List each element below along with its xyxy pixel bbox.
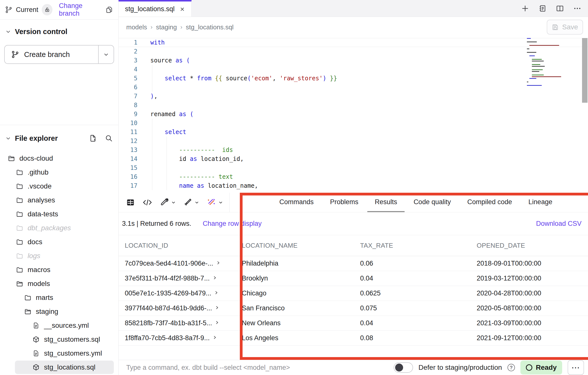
format-control[interactable] [183, 198, 199, 207]
tab-stg-locations[interactable]: stg_locations.sql × [119, 0, 192, 17]
compile-code-icon[interactable] [142, 198, 152, 207]
file-explorer-header[interactable]: File explorer [0, 133, 118, 144]
column-header[interactable]: LOCATION_ID [125, 242, 242, 249]
code-line[interactable]: 10 [119, 119, 588, 128]
column-header[interactable]: OPENED_DATE [477, 242, 588, 249]
results-tab-problems[interactable]: Problems [323, 193, 366, 212]
code-line[interactable]: 2 [119, 47, 588, 56]
table-row[interactable]: 005e7e1c-1935-4269-b479...Chicago0.06252… [119, 286, 588, 301]
status-badge[interactable]: Ready [520, 361, 562, 375]
column-header[interactable]: LOCATION_NAME [242, 242, 360, 249]
code-line[interactable]: 17 name as location_name, [119, 181, 588, 190]
copy-icon[interactable] [105, 6, 113, 14]
file-tree-item[interactable]: logs [0, 249, 118, 263]
line-number[interactable]: 14 [119, 155, 141, 162]
help-icon[interactable]: ? [507, 364, 515, 371]
file-tree-item[interactable]: dbt_packages [0, 221, 118, 235]
code-line[interactable]: 3source as ( [119, 56, 588, 65]
change-row-display-link[interactable]: Change row display [203, 220, 262, 228]
table-row[interactable]: 3977f440-b87d-461b-9dd6-...San Francisco… [119, 301, 588, 316]
code-line[interactable]: 5 select * from {{ source('ecom', 'raw_s… [119, 74, 588, 83]
breadcrumb-item[interactable]: staging [156, 23, 177, 31]
line-number[interactable]: 2 [119, 48, 141, 55]
results-tab-lineage[interactable]: Lineage [521, 193, 560, 212]
file-tree-item[interactable]: docs-cloud [0, 151, 118, 165]
code-line[interactable]: 8 [119, 101, 588, 110]
new-tab-icon[interactable] [521, 4, 529, 13]
create-branch-button[interactable]: Create branch [4, 45, 114, 64]
file-tree-item[interactable]: staging [0, 305, 118, 319]
code-line[interactable]: 14 id as location_id, [119, 154, 588, 163]
code-line[interactable]: 15 [119, 163, 588, 172]
scrollbar[interactable] [582, 38, 588, 103]
table-row[interactable]: 1f8ffa70-7cb5-4d83-8a7f-9...Los Angeles0… [119, 331, 588, 346]
preview-table-icon[interactable] [126, 198, 135, 207]
table-row[interactable]: 858218fb-73f7-4b1b-a31f-5...New Orleans0… [119, 316, 588, 331]
breadcrumb-item[interactable]: stg_locations.sql [186, 23, 234, 31]
code-editor[interactable]: 1with23source as (45 select * from {{ so… [119, 37, 588, 193]
results-tab-code-quality[interactable]: Code quality [406, 193, 458, 212]
code-line[interactable]: 16 ---------- text [119, 172, 588, 181]
file-tree-item[interactable]: stg_locations.sql [0, 360, 118, 374]
file-tree-item[interactable]: .github [0, 165, 118, 179]
code-line[interactable]: 1with [119, 38, 588, 47]
expand-chevron-icon[interactable] [215, 321, 219, 325]
file-tree-item[interactable]: macros [0, 263, 118, 277]
line-number[interactable]: 1 [119, 39, 141, 46]
results-tab-results[interactable]: Results [367, 193, 405, 212]
line-number[interactable]: 13 [119, 146, 141, 153]
file-tree-item[interactable]: docs [0, 235, 118, 249]
line-number[interactable]: 16 [119, 173, 141, 180]
file-tree-item[interactable]: .vscode [0, 179, 118, 193]
line-number[interactable]: 8 [119, 102, 141, 109]
line-number[interactable]: 3 [119, 57, 141, 64]
more-options-icon[interactable] [573, 4, 582, 13]
code-line[interactable]: 9renamed as ( [119, 110, 588, 119]
minimap[interactable] [527, 38, 564, 87]
line-number[interactable]: 12 [119, 138, 141, 144]
expand-chevron-icon[interactable] [215, 306, 219, 310]
code-line[interactable]: 4 [119, 65, 588, 74]
breadcrumb-item[interactable]: models [126, 23, 147, 31]
close-icon[interactable]: × [180, 5, 185, 13]
create-branch-main[interactable]: Create branch [5, 46, 98, 63]
expand-chevron-icon[interactable] [213, 276, 217, 280]
line-number[interactable]: 5 [119, 75, 141, 82]
file-tree-item[interactable]: __sources.yml [0, 319, 118, 332]
column-header[interactable]: TAX_RATE [360, 242, 477, 249]
new-file-icon[interactable] [89, 134, 97, 142]
file-tree-item[interactable]: stg_customers.yml [0, 346, 118, 360]
search-icon[interactable] [105, 134, 113, 142]
file-tree-item[interactable]: analyses [0, 193, 118, 207]
change-branch-link[interactable]: Change branch [59, 2, 102, 17]
line-number[interactable]: 6 [119, 84, 141, 91]
code-line[interactable]: 6 [119, 83, 588, 92]
line-number[interactable]: 17 [119, 182, 141, 189]
line-number[interactable]: 15 [119, 164, 141, 171]
results-tab-commands[interactable]: Commands [272, 193, 321, 212]
code-line[interactable]: 12 [119, 137, 588, 145]
file-tree-item[interactable]: data-tests [0, 207, 118, 221]
download-csv-link[interactable]: Download CSV [536, 220, 582, 228]
version-control-header[interactable]: Version control [0, 26, 118, 37]
code-line[interactable]: 7), [119, 92, 588, 101]
table-row[interactable]: 7c079cea-5ed4-4101-906e-...Philadelphia0… [119, 256, 588, 271]
command-input[interactable]: Type a command, ex. dbt build --select <… [126, 364, 290, 372]
expand-chevron-icon[interactable] [213, 335, 217, 339]
expand-chevron-icon[interactable] [216, 261, 220, 265]
code-line[interactable]: 13 ---------- ids [119, 145, 588, 154]
file-tree-item[interactable]: models [0, 277, 118, 291]
table-row[interactable]: 37e5f311-b7f4-4f2f-988b-7...Brooklyn0.04… [119, 271, 588, 286]
create-branch-dropdown[interactable] [98, 46, 114, 63]
line-number[interactable]: 11 [119, 129, 141, 136]
more-actions-button[interactable]: ⋯ [568, 360, 584, 375]
line-number[interactable]: 4 [119, 66, 141, 73]
code-line[interactable]: 11 select [119, 128, 588, 137]
line-number[interactable]: 9 [119, 111, 141, 118]
save-button[interactable]: Save [547, 20, 583, 35]
defer-toggle[interactable] [394, 362, 413, 373]
line-number[interactable]: 10 [119, 120, 141, 127]
changelog-icon[interactable] [538, 4, 547, 13]
build-tools-control[interactable] [160, 198, 176, 207]
line-number[interactable]: 7 [119, 93, 141, 100]
